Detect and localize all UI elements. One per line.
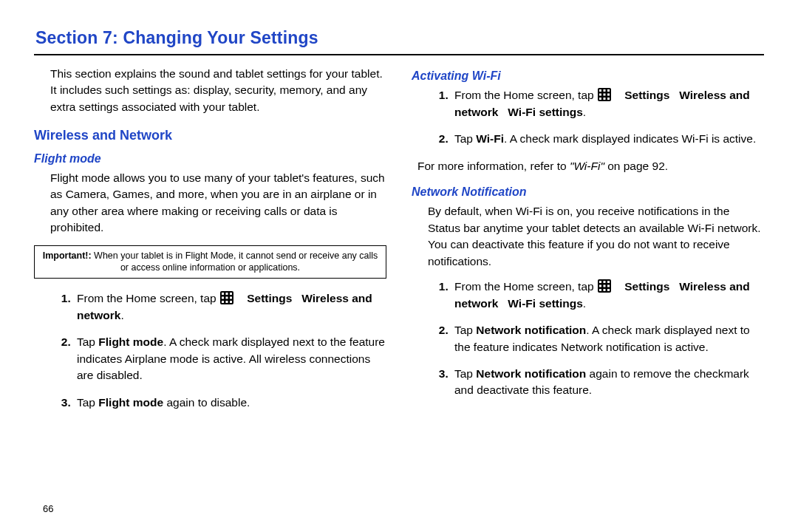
right-column: Activating Wi-Fi From the Home screen, t… [412,66,764,421]
svg-rect-7 [222,301,224,303]
flight-mode-steps: From the Home screen, tap Settings Wirel… [34,290,386,411]
page-number: 66 [43,503,53,514]
ref-text: on page 92. [604,160,668,172]
flight-mode-heading: Flight mode [34,150,386,167]
section-title: Section 7: Changing Your Settings [35,28,764,48]
svg-rect-19 [607,98,610,100]
left-column: This section explains the sound and tabl… [34,66,386,421]
bold-text: Network notification [476,324,586,336]
wifi-steps: From the Home screen, tap Settings Wirel… [412,87,764,147]
svg-rect-27 [599,289,601,291]
svg-rect-24 [599,285,601,287]
step-text: Tap [454,324,476,336]
bold-text: Wi-Fi [476,132,504,145]
svg-rect-4 [222,297,224,299]
step-text: Tap [77,396,98,409]
svg-rect-28 [603,289,605,291]
apps-grid-icon [220,291,233,304]
step-text: Tap [77,335,98,348]
svg-rect-6 [230,297,232,299]
intro-paragraph: This section explains the sound and tabl… [50,66,386,115]
ref-text: For more information, refer to [417,160,570,172]
svg-rect-16 [607,94,610,96]
svg-rect-29 [607,289,610,291]
wifi-step-2: Tap Wi-Fi. A check mark displayed indica… [451,131,764,147]
svg-rect-22 [603,281,605,283]
wifi-reference: For more information, refer to "Wi-Fi" o… [417,158,764,174]
italic-text: "Wi-Fi" [570,160,604,172]
wifi-step-1: From the Home screen, tap Settings Wirel… [451,87,764,120]
important-box: Important!: When your tablet is in Fligh… [34,245,386,279]
apps-grid-icon [598,88,611,101]
svg-rect-8 [225,301,228,303]
svg-rect-17 [599,98,601,100]
svg-rect-5 [225,297,228,299]
two-column-layout: This section explains the sound and tabl… [34,66,764,421]
step-text: Tap [454,132,476,145]
network-notification-heading: Network Notification [412,183,764,200]
divider [34,54,764,55]
activating-wifi-heading: Activating Wi-Fi [412,67,764,84]
flight-step-3: Tap Flight mode again to disable. [74,395,386,411]
net-step-1: From the Home screen, tap Settings Wirel… [451,279,764,312]
svg-rect-3 [230,293,232,295]
important-text: When your tablet is in Flight Mode, it c… [92,250,378,273]
bold-text: Settings [624,280,669,293]
bold-text: Network notification [476,367,586,380]
bold-text: Wi-Fi settings [508,106,582,118]
net-step-3: Tap Network notification again to remove… [451,366,764,399]
network-notification-steps: From the Home screen, tap Settings Wirel… [412,279,764,399]
step-text: From the Home screen, tap [77,292,219,304]
svg-rect-23 [607,281,610,283]
apps-grid-icon [598,279,611,293]
wireless-network-heading: Wireless and Network [34,126,386,145]
step-text: again to disable. [163,396,250,409]
flight-mode-paragraph: Flight mode allows you to use many of yo… [50,170,386,236]
step-text: Tap [454,367,476,380]
step-text: . A check mark displayed indicates Wi-Fi… [504,132,756,145]
svg-rect-13 [607,89,610,92]
flight-step-1: From the Home screen, tap Settings Wirel… [74,290,386,324]
bold-text: Settings [624,89,669,101]
svg-rect-2 [225,293,228,295]
svg-rect-15 [603,94,605,96]
svg-rect-21 [599,281,601,283]
bold-text: Flight mode [98,396,163,409]
svg-rect-14 [599,94,601,96]
svg-rect-25 [603,285,605,287]
step-text: From the Home screen, tap [454,280,597,293]
bold-text: Settings [247,292,292,304]
svg-rect-26 [607,285,610,287]
svg-rect-11 [599,89,601,92]
svg-rect-9 [230,301,232,303]
flight-step-2: Tap Flight mode. A check mark displayed … [74,334,386,383]
bold-text: Wi-Fi settings [508,297,582,310]
important-label: Important!: [43,250,92,261]
net-step-2: Tap Network notification. A check mark d… [451,322,764,355]
bold-text: Flight mode [98,335,163,348]
network-notification-paragraph: By default, when Wi-Fi is on, you receiv… [428,203,764,270]
svg-rect-18 [603,98,605,100]
step-text: From the Home screen, tap [454,89,597,101]
svg-rect-12 [603,89,605,92]
svg-rect-1 [222,293,224,295]
